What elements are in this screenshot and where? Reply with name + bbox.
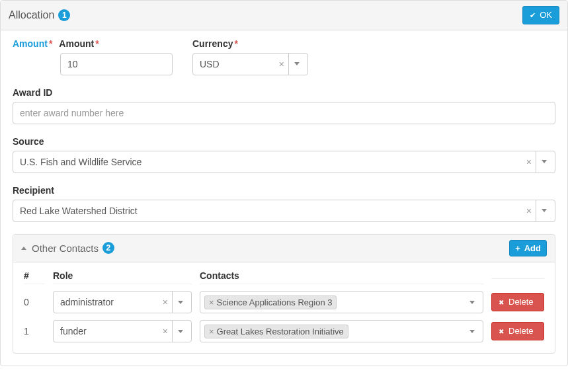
ok-button[interactable]: OK — [522, 6, 559, 24]
check-icon — [530, 10, 537, 20]
row-index: 1 — [24, 326, 45, 336]
contact-tag: × Science Applications Region 3 — [204, 295, 337, 309]
amount-label-row: Amount Amount — [13, 38, 173, 49]
role-clear-icon[interactable]: × — [159, 326, 172, 336]
currency-select[interactable]: USD × — [192, 53, 308, 75]
recipient-value: Red Lake Watershed District — [20, 206, 522, 216]
recipient-select[interactable]: Red Lake Watershed District × — [13, 200, 555, 222]
role-value: administrator — [60, 297, 159, 307]
chevron-down-icon[interactable] — [172, 321, 187, 342]
other-contacts-header: Other Contacts 2 Add — [13, 235, 555, 263]
amount-input[interactable] — [60, 53, 173, 75]
allocation-count-badge: 1 — [58, 9, 70, 21]
other-contacts-body: # Role Contacts 0 administrator × × — [13, 262, 555, 353]
role-select[interactable]: funder × — [53, 320, 192, 342]
delete-button-label: Delete — [508, 326, 534, 336]
role-clear-icon[interactable]: × — [159, 297, 172, 307]
delete-row-button[interactable]: Delete — [491, 293, 544, 311]
other-contacts-title[interactable]: Other Contacts 2 — [21, 242, 114, 254]
chevron-down-icon[interactable] — [536, 200, 551, 221]
recipient-group: Recipient Red Lake Watershed District × — [13, 185, 555, 222]
other-contacts-panel: Other Contacts 2 Add # Role Contacts 0 — [13, 234, 555, 354]
recipient-label: Recipient — [13, 185, 555, 196]
close-icon — [499, 326, 506, 336]
col-header-actions — [491, 276, 544, 279]
allocation-panel-title: Allocation 1 — [9, 9, 70, 21]
add-contact-button[interactable]: Add — [509, 240, 547, 257]
recipient-clear-icon[interactable]: × — [522, 206, 536, 216]
delete-button-label: Delete — [508, 297, 534, 307]
remove-tag-icon[interactable]: × — [209, 327, 214, 336]
allocation-panel-header: Allocation 1 OK — [1, 1, 567, 30]
role-value: funder — [60, 326, 159, 336]
amount-field-label: Amount — [59, 38, 99, 49]
amount-group: Amount Amount — [13, 38, 173, 75]
amount-currency-row: Amount Amount Currency USD × — [13, 38, 555, 75]
contact-tag-label: Science Applications Region 3 — [217, 297, 333, 307]
add-button-label: Add — [524, 243, 541, 254]
source-clear-icon[interactable]: × — [522, 157, 536, 167]
allocation-panel: Allocation 1 OK Amount Amount Currency U… — [0, 0, 568, 366]
award-id-label: Award ID — [13, 87, 555, 98]
source-select[interactable]: U.S. Fish and Wildlife Service × — [13, 151, 555, 173]
row-index: 0 — [24, 297, 45, 307]
delete-row-button[interactable]: Delete — [491, 322, 544, 340]
contacts-grid: # Role Contacts 0 administrator × × — [24, 270, 544, 342]
chevron-up-icon — [21, 247, 26, 250]
chevron-down-icon[interactable] — [536, 151, 551, 173]
chevron-down-icon[interactable] — [172, 292, 187, 313]
currency-value: USD — [200, 59, 275, 69]
col-header-role: Role — [53, 270, 192, 284]
plus-icon — [515, 243, 522, 254]
currency-group: Currency USD × — [192, 38, 308, 75]
panel-title-text: Allocation — [9, 9, 54, 21]
col-header-contacts: Contacts — [200, 270, 483, 284]
close-icon — [499, 297, 506, 307]
contacts-multiselect[interactable]: × Great Lakes Restoration Initiative — [200, 320, 483, 342]
amount-tab-label[interactable]: Amount — [13, 38, 52, 49]
ok-button-label: OK — [540, 10, 552, 20]
remove-tag-icon[interactable]: × — [209, 297, 214, 307]
other-contacts-title-text: Other Contacts — [32, 243, 99, 254]
source-value: U.S. Fish and Wildlife Service — [20, 157, 522, 167]
contacts-multiselect[interactable]: × Science Applications Region 3 — [200, 291, 483, 313]
currency-field-label: Currency — [192, 38, 308, 49]
allocation-panel-body: Amount Amount Currency USD × Award ID So… — [1, 30, 567, 366]
chevron-down-icon[interactable] — [464, 301, 479, 304]
source-group: Source U.S. Fish and Wildlife Service × — [13, 136, 555, 173]
role-select[interactable]: administrator × — [53, 291, 192, 313]
currency-clear-icon[interactable]: × — [275, 59, 288, 69]
chevron-down-icon[interactable] — [464, 330, 479, 333]
award-id-group: Award ID — [13, 87, 555, 124]
other-contacts-count-badge: 2 — [102, 242, 114, 254]
source-label: Source — [13, 136, 555, 147]
col-header-idx: # — [24, 270, 45, 284]
contact-tag-label: Great Lakes Restoration Initiative — [217, 327, 344, 336]
contact-tag: × Great Lakes Restoration Initiative — [204, 325, 348, 338]
chevron-down-icon[interactable] — [288, 54, 304, 75]
award-id-input[interactable] — [13, 102, 555, 124]
